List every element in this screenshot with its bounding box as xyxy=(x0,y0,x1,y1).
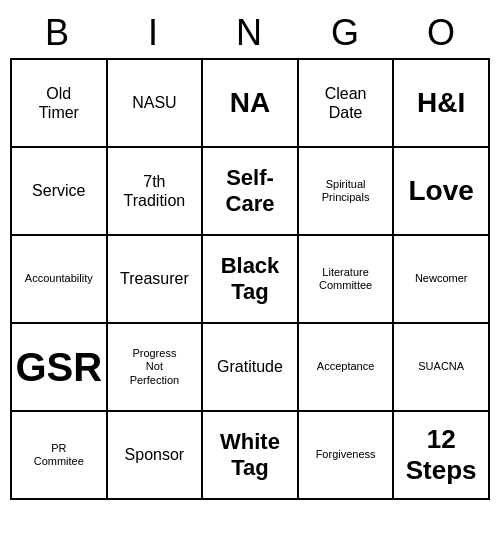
header-letter: I xyxy=(106,8,202,58)
bingo-cell-r4-c3: Forgiveness xyxy=(299,412,395,500)
bingo-grid: OldTimerNASUNACleanDateH&IService7thTrad… xyxy=(10,58,490,500)
cell-text: Acceptance xyxy=(317,360,374,373)
cell-text: LiteratureCommittee xyxy=(319,266,372,292)
bingo-cell-r2-c2: BlackTag xyxy=(203,236,299,324)
cell-text: Forgiveness xyxy=(316,448,376,461)
bingo-cell-r2-c3: LiteratureCommittee xyxy=(299,236,395,324)
bingo-header: BINGO xyxy=(10,8,490,58)
cell-text: ProgressNotPerfection xyxy=(130,347,180,387)
cell-text: WhiteTag xyxy=(220,429,280,482)
cell-text: NASU xyxy=(132,93,176,112)
bingo-cell-r3-c2: Gratitude xyxy=(203,324,299,412)
cell-text: Service xyxy=(32,181,85,200)
header-letter: N xyxy=(202,8,298,58)
cell-text: 7thTradition xyxy=(124,172,186,210)
cell-text: GSR xyxy=(15,343,102,391)
header-letter: O xyxy=(394,8,490,58)
bingo-cell-r3-c3: Acceptance xyxy=(299,324,395,412)
bingo-cell-r1-c1: 7thTradition xyxy=(108,148,204,236)
cell-text: CleanDate xyxy=(325,84,367,122)
bingo-cell-r3-c4: SUACNA xyxy=(394,324,490,412)
bingo-cell-r3-c1: ProgressNotPerfection xyxy=(108,324,204,412)
bingo-cell-r0-c0: OldTimer xyxy=(12,60,108,148)
header-letter: G xyxy=(298,8,394,58)
cell-text: OldTimer xyxy=(39,84,79,122)
header-letter: B xyxy=(10,8,106,58)
cell-text: PRCommitee xyxy=(34,442,84,468)
cell-text: Self-Care xyxy=(226,165,275,218)
bingo-cell-r1-c3: SpiritualPrincipals xyxy=(299,148,395,236)
cell-text: Newcomer xyxy=(415,272,468,285)
bingo-cell-r4-c0: PRCommitee xyxy=(12,412,108,500)
bingo-cell-r0-c2: NA xyxy=(203,60,299,148)
bingo-cell-r0-c1: NASU xyxy=(108,60,204,148)
bingo-cell-r2-c4: Newcomer xyxy=(394,236,490,324)
cell-text: NA xyxy=(230,86,270,120)
bingo-cell-r2-c0: Accountability xyxy=(12,236,108,324)
cell-text: Sponsor xyxy=(125,445,185,464)
cell-text: Accountability xyxy=(25,272,93,285)
bingo-cell-r0-c3: CleanDate xyxy=(299,60,395,148)
bingo-cell-r1-c4: Love xyxy=(394,148,490,236)
cell-text: Treasurer xyxy=(120,269,189,288)
cell-text: Gratitude xyxy=(217,357,283,376)
bingo-card: BINGO OldTimerNASUNACleanDateH&IService7… xyxy=(10,8,490,500)
bingo-cell-r1-c2: Self-Care xyxy=(203,148,299,236)
bingo-cell-r1-c0: Service xyxy=(12,148,108,236)
cell-text: Love xyxy=(409,174,474,208)
cell-text: H&I xyxy=(417,86,465,120)
cell-text: SpiritualPrincipals xyxy=(322,178,370,204)
bingo-cell-r2-c1: Treasurer xyxy=(108,236,204,324)
bingo-cell-r3-c0: GSR xyxy=(12,324,108,412)
bingo-cell-r4-c1: Sponsor xyxy=(108,412,204,500)
bingo-cell-r0-c4: H&I xyxy=(394,60,490,148)
cell-text: 12Steps xyxy=(406,424,477,486)
bingo-cell-r4-c4: 12Steps xyxy=(394,412,490,500)
bingo-cell-r4-c2: WhiteTag xyxy=(203,412,299,500)
cell-text: SUACNA xyxy=(418,360,464,373)
cell-text: BlackTag xyxy=(221,253,280,306)
